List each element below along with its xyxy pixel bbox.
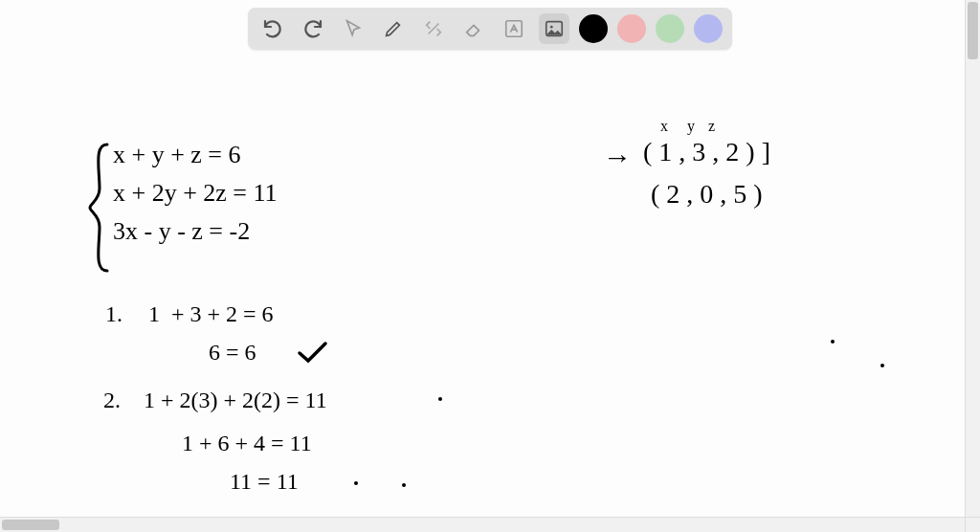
checkmark-icon: [297, 340, 329, 366]
stray-dot: [831, 340, 835, 344]
step1-line1: 1 + 3 + 2 = 6: [148, 301, 274, 327]
edit-tools[interactable]: [418, 13, 449, 44]
vertical-scrollbar[interactable]: [965, 0, 980, 517]
color-black[interactable]: [579, 14, 608, 43]
step2-line1: 1 + 2(3) + 2(2) = 11: [144, 388, 327, 413]
step1-line2: 6 = 6: [209, 340, 256, 366]
equation-3: 3x - y - z = -2: [113, 217, 250, 246]
color-pink[interactable]: [617, 14, 646, 43]
vertical-scrollbar-thumb[interactable]: [968, 2, 978, 59]
step2-line2: 1 + 6 + 4 = 11: [182, 431, 312, 456]
color-green[interactable]: [656, 14, 684, 43]
xyz-labels: x y z: [660, 118, 717, 135]
system-brace: [86, 141, 113, 275]
redo-icon: [301, 17, 324, 40]
text-icon: [503, 18, 524, 39]
stray-dot: [438, 397, 442, 401]
scroll-corner: [965, 517, 980, 532]
arrow-icon: →: [603, 141, 632, 173]
eraser-icon: [463, 18, 484, 39]
image-tool[interactable]: [539, 13, 569, 44]
pencil-tool[interactable]: [378, 13, 409, 44]
solution-2: ( 2 , 0 , 5 ): [651, 179, 763, 210]
redo-button[interactable]: [298, 13, 328, 44]
step1-number: 1.: [105, 301, 122, 327]
pointer-tool[interactable]: [338, 13, 368, 44]
image-icon: [544, 18, 565, 39]
undo-button[interactable]: [257, 13, 288, 44]
whiteboard-canvas[interactable]: x + y + z = 6 x + 2y + 2z = 11 3x - y - …: [0, 53, 980, 532]
stray-dot: [354, 481, 358, 485]
stray-dot: [402, 483, 406, 487]
horizontal-scrollbar-thumb[interactable]: [2, 520, 59, 530]
solution-1: ( 1 , 3 , 2 ) ]: [643, 137, 770, 167]
equation-1: x + y + z = 6: [113, 141, 241, 169]
svg-rect-0: [506, 21, 523, 37]
undo-icon: [261, 17, 284, 40]
step2-number: 2.: [103, 388, 121, 413]
horizontal-scrollbar[interactable]: [0, 517, 965, 532]
equation-2: x + 2y + 2z = 11: [113, 179, 278, 208]
tools-icon: [423, 18, 444, 39]
eraser-tool[interactable]: [458, 13, 489, 44]
pointer-icon: [343, 18, 364, 39]
pencil-icon: [383, 18, 404, 39]
stray-dot: [880, 364, 884, 367]
step2-line3: 11 = 11: [230, 469, 299, 495]
text-tool[interactable]: [499, 13, 529, 44]
color-blue[interactable]: [694, 14, 723, 43]
toolbar: [248, 8, 732, 50]
svg-point-2: [550, 26, 553, 29]
